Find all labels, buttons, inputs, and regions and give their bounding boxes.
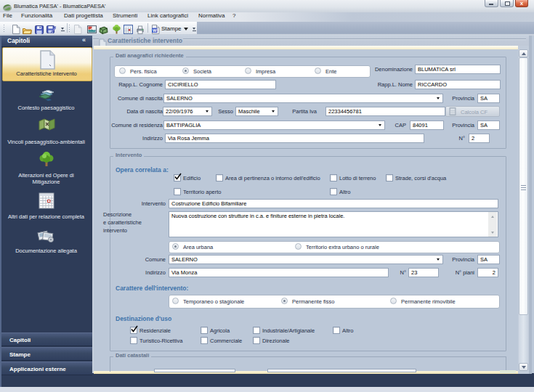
- svg-text:W: W: [153, 28, 157, 33]
